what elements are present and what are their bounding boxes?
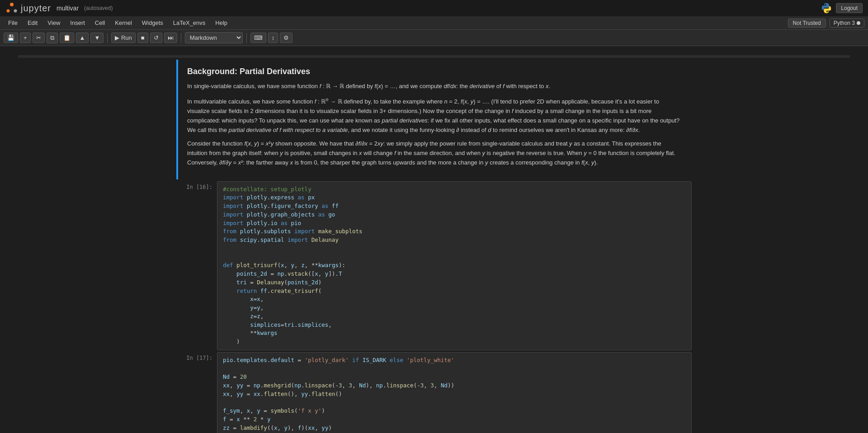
- scroll-hint: [18, 55, 850, 58]
- code-cell-17-wrapper: In [17]: pio.templates.default = 'plotly…: [176, 352, 692, 433]
- cell-16-prompt: In [16]:: [176, 181, 217, 350]
- cell-17-prompt: In [17]:: [176, 352, 217, 433]
- keyboard-shortcuts-button[interactable]: ⌨: [250, 33, 266, 43]
- cell-16-code: #constellate: setup_plotly import plotly…: [223, 185, 686, 346]
- cell-17-code: pio.templates.default = 'plotly_dark' if…: [223, 356, 686, 433]
- logout-button[interactable]: Logout: [836, 3, 863, 13]
- menu-file[interactable]: File: [4, 18, 22, 28]
- top-bar: jupyter multivar (autosaved) Logout: [0, 0, 868, 16]
- toolbar-separator-3: [246, 33, 247, 43]
- kernel-name: Python 3: [834, 20, 855, 26]
- toolbar-separator-2: [181, 33, 181, 43]
- kernel-info: Python 3: [830, 19, 864, 28]
- code-cell-17: In [17]: pio.templates.default = 'plotly…: [18, 352, 850, 433]
- code-cell-16: In [16]: #constellate: setup_plotly impo…: [18, 181, 850, 350]
- top-bar-right: Logout: [821, 2, 863, 14]
- copy-button[interactable]: ⧉: [47, 33, 58, 43]
- svg-point-0: [10, 3, 14, 6]
- cell-17-content[interactable]: pio.templates.default = 'plotly_dark' if…: [217, 352, 692, 433]
- menu-edit[interactable]: Edit: [23, 18, 42, 28]
- cell-16-content[interactable]: #constellate: setup_plotly import plotly…: [217, 181, 692, 350]
- jupyter-text: jupyter: [21, 3, 51, 14]
- run-button[interactable]: ▶ Run: [111, 33, 135, 43]
- menu-view[interactable]: View: [43, 18, 65, 28]
- menu-cell[interactable]: Cell: [90, 18, 109, 28]
- markdown-p3: Consider the function f(x, y) = x²y show…: [187, 139, 683, 167]
- code-cell-16-wrapper: In [16]: #constellate: setup_plotly impo…: [176, 181, 692, 350]
- svg-point-1: [7, 9, 10, 13]
- add-cell-button[interactable]: +: [20, 33, 31, 43]
- jupyter-logo: jupyter: [5, 2, 51, 14]
- autosaved-label: (autosaved): [84, 5, 113, 11]
- notebook-area: Background: Partial Derivatives In singl…: [0, 46, 868, 433]
- toolbar-separator-1: [107, 33, 108, 43]
- menu-latex-envs[interactable]: LaTeX_envs: [169, 18, 210, 28]
- notebook-name: multivar: [57, 5, 79, 12]
- markdown-cell-background: Background: Partial Derivatives In singl…: [18, 60, 850, 179]
- move-up-button[interactable]: ▲: [76, 33, 89, 43]
- menu-help[interactable]: Help: [211, 18, 232, 28]
- menu-insert[interactable]: Insert: [66, 18, 90, 28]
- save-button[interactable]: 💾: [4, 33, 18, 43]
- markdown-p2: In multivariable calculus, we have some …: [187, 96, 683, 135]
- interrupt-button[interactable]: ■: [137, 33, 148, 43]
- menu-bar: File Edit View Insert Cell Kernel Widget…: [0, 16, 868, 30]
- markdown-p1: In single-variable calculus, we have som…: [187, 82, 683, 91]
- cut-button[interactable]: ✂: [33, 33, 45, 43]
- kernel-status-dot: [857, 21, 860, 25]
- menu-kernel[interactable]: Kernel: [110, 18, 137, 28]
- paste-button[interactable]: 📋: [60, 33, 74, 43]
- menu-widgets[interactable]: Widgets: [137, 18, 168, 28]
- svg-point-2: [14, 9, 17, 13]
- move-down-button[interactable]: ▼: [90, 33, 104, 43]
- menu-right: Not Trusted Python 3: [788, 19, 864, 28]
- toggle-toolbar-button[interactable]: ⚙: [280, 33, 292, 43]
- restart-button[interactable]: ↺: [150, 33, 162, 43]
- jupyter-logo-icon: [5, 2, 18, 14]
- markdown-heading-background: Background: Partial Derivatives: [187, 67, 683, 76]
- toggle-header-button[interactable]: ↕: [268, 33, 278, 43]
- python-logo-icon: [821, 2, 832, 14]
- cell-type-select[interactable]: Markdown Code Raw NBConvert: [185, 32, 243, 43]
- toolbar: 💾 + ✂ ⧉ 📋 ▲ ▼ ▶ Run ■ ↺ ⏭ Markdown Code …: [0, 30, 868, 46]
- not-trusted-button[interactable]: Not Trusted: [788, 19, 826, 28]
- markdown-cell-content: Background: Partial Derivatives In singl…: [176, 60, 692, 179]
- restart-run-button[interactable]: ⏭: [164, 33, 177, 43]
